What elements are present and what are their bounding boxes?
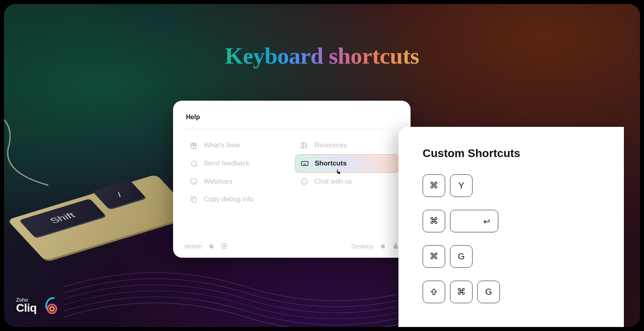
keycap-shift [423,281,445,303]
help-item-resources[interactable]: Resources [295,137,399,154]
return-icon [482,217,491,225]
keycap-cmd: ⌘ [423,174,445,197]
help-item-webinars[interactable]: Webinars [184,173,289,190]
keyboard-icon [300,159,309,168]
keycap-g: G [450,245,473,268]
help-panel-title: Help [184,114,399,128]
shift-icon [430,288,438,296]
help-item-send-feedback[interactable]: Send feedback [184,154,289,173]
brand-product: Cliq [16,302,37,314]
svg-rect-4 [301,161,308,166]
copy-icon [189,195,198,204]
help-item-label: Resources [314,141,347,149]
decorative-wave [64,254,427,327]
brand-logo: Zoho Cliq [16,296,60,315]
custom-shortcuts-panel: Custom Shortcuts ⌘ Y ⌘ ⌘ G ⌘ G [398,127,624,327]
shortcut-row: ⌘ [423,210,600,232]
svg-rect-7 [192,198,196,202]
help-item-label: Webinars [204,178,233,186]
keycap-cmd: ⌘ [423,210,445,232]
help-item-label: Copy debug info [204,195,254,203]
help-item-label: Shortcuts [315,159,347,168]
help-item-copy-debug[interactable]: Copy debug info [184,190,289,208]
help-item-chat-with-us[interactable]: Chat with us [295,173,399,190]
keyboard-cable [4,109,68,189]
chat-bubble-icon [189,159,198,168]
help-footer: Mobile Desktop [184,242,399,250]
brand-six-icon [41,296,60,315]
shortcut-row: ⌘ G [423,245,600,268]
pointer-cursor-icon [335,168,342,176]
svg-rect-3 [303,143,305,148]
help-item-label: What's New [204,141,240,149]
gift-icon [189,141,198,150]
shortcut-row: ⌘ G [423,281,600,303]
svg-point-10 [50,307,54,311]
help-panel: Help What's New Resources Send feedback [173,101,411,258]
help-item-label: Chat with us [314,178,352,186]
page-title: Keyboard shortcuts [225,42,419,69]
shortcut-row: ⌘ Y [423,174,600,197]
smile-icon [300,177,309,186]
svg-rect-2 [301,143,303,148]
keycap-cmd: ⌘ [450,281,473,303]
help-item-whats-new[interactable]: What's New [184,137,289,154]
help-item-label: Send feedback [204,159,249,168]
promo-canvas: Keyboard shortcuts Shift / Help What's N… [4,4,640,327]
keycap-return [450,210,498,232]
play-store-icon[interactable] [221,242,228,250]
keycap-g: G [477,281,500,303]
keycap-y: Y [450,174,473,197]
monitor-icon [189,177,198,186]
footer-desktop-label: Desktop [351,243,374,250]
svg-rect-5 [191,179,197,183]
apple-icon[interactable] [379,242,386,250]
svg-point-9 [47,304,56,313]
footer-mobile-label: Mobile [184,243,202,250]
help-item-shortcuts[interactable]: Shortcuts [295,154,399,173]
books-icon [300,141,309,150]
apple-icon[interactable] [208,242,215,250]
custom-shortcuts-title: Custom Shortcuts [423,147,600,160]
svg-point-6 [301,179,308,185]
keycap-cmd: ⌘ [423,245,445,268]
